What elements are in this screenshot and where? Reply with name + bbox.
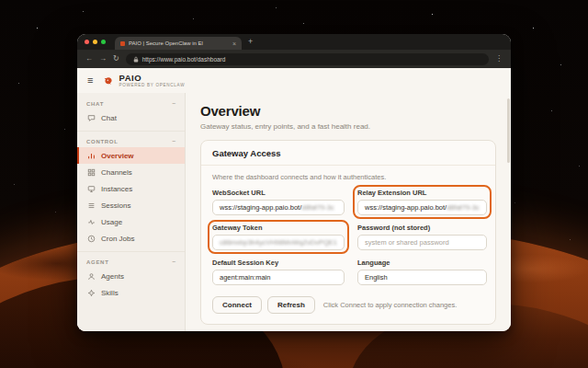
sidebar-section-agent: Agent − Agents xyxy=(77,251,185,301)
user-icon xyxy=(87,272,96,281)
browser-menu-button[interactable]: ⋮ xyxy=(495,55,503,63)
actions-note: Click Connect to apply connection change… xyxy=(323,301,458,309)
sidebar-toggle-button[interactable]: ≡ xyxy=(87,75,93,86)
section-collapse-icon[interactable]: − xyxy=(172,100,175,107)
spark-icon xyxy=(87,289,96,297)
sidebar-item-label: Agents xyxy=(101,272,124,281)
field-gateway-token: Gateway Token c86mxbp3h4ycVH98MvWqZvDvPQ… xyxy=(212,224,345,250)
card-title: Gateway Access xyxy=(201,141,495,166)
sidebar-item-sessions[interactable]: Sessions xyxy=(77,197,185,213)
starfield xyxy=(0,0,1,1)
card-description: Where the dashboard connects and how it … xyxy=(212,173,484,181)
sidebar-item-cron-jobs[interactable]: Cron Jobs xyxy=(77,230,185,247)
browser-window: PAIO | Secure OpenClaw in El × + ← → ↻ h… xyxy=(77,34,511,331)
browser-address-bar: ← → ↻ https://www.paio.bot/dashboard ⋮ xyxy=(77,50,511,68)
sidebar-item-label: Instances xyxy=(101,185,132,193)
main-content: Overview Gateway status, entry points, a… xyxy=(186,93,511,331)
gateway-token-input[interactable]: c86mxbp3h4ycVH98MvWqZvDvPQE1 xyxy=(212,235,345,250)
input-value: English xyxy=(365,273,388,282)
sidebar-item-label: Chat xyxy=(101,114,117,122)
paio-logo: PAIO POWERED BY OPENCLAW xyxy=(103,74,185,87)
page-subtitle: Gateway status, entry points, and a fast… xyxy=(200,122,496,131)
sidebar-item-label: Skills xyxy=(101,289,119,297)
clock-icon xyxy=(87,235,96,243)
section-label: Control xyxy=(86,139,119,144)
scrollbar[interactable] xyxy=(507,98,510,163)
logo-title: PAIO xyxy=(119,74,185,83)
forward-button[interactable]: → xyxy=(99,55,107,63)
chat-icon xyxy=(87,114,96,122)
lock-icon xyxy=(133,56,139,63)
browser-tab-bar[interactable]: PAIO | Secure OpenClaw in El × + xyxy=(77,34,511,50)
relay-extension-url-input[interactable]: wss://staging-app.paio.bot/d8faf79-3c xyxy=(357,200,487,215)
field-websocket-url: WebSocket URL wss://staging-app.paio.bot… xyxy=(212,189,345,215)
section-collapse-icon[interactable]: − xyxy=(172,138,175,144)
refresh-button[interactable]: Refresh xyxy=(267,296,315,314)
sidebar-item-usage[interactable]: Usage xyxy=(77,213,185,230)
app-body: Chat − Chat Control − xyxy=(77,93,511,331)
browser-tab[interactable]: PAIO | Secure OpenClaw in El × xyxy=(115,37,242,50)
field-label: Default Session Key xyxy=(212,259,345,267)
language-input[interactable]: English xyxy=(357,270,487,285)
sidebar-item-channels[interactable]: Channels xyxy=(77,164,185,180)
session-key-input[interactable]: agent:main:main xyxy=(212,270,345,285)
grid-icon xyxy=(87,168,96,177)
field-label: Relay Extension URL xyxy=(357,189,487,197)
sidebar-item-agents[interactable]: Agents xyxy=(77,268,185,284)
input-value: wss://staging-app.paio.bot/ xyxy=(365,203,447,212)
monitor-icon xyxy=(87,185,96,193)
sidebar-item-chat[interactable]: Chat xyxy=(77,109,185,126)
section-label: Chat xyxy=(86,101,104,107)
field-label: WebSocket URL xyxy=(212,189,345,197)
desktop-background: PAIO | Secure OpenClaw in El × + ← → ↻ h… xyxy=(0,0,588,368)
redacted-value: c86mxbp3h4ycVH98MvWqZvDvPQE1 xyxy=(220,238,337,247)
redacted-value: d8faf79-3c xyxy=(301,203,334,212)
page-title: Overview xyxy=(200,103,496,119)
gateway-form-grid: WebSocket URL wss://staging-app.paio.bot… xyxy=(212,189,484,285)
close-window-button[interactable] xyxy=(85,40,89,44)
section-label: Agent xyxy=(86,259,109,265)
sidebar: Chat − Chat Control − xyxy=(77,93,186,331)
gateway-access-card: Gateway Access Where the dashboard conne… xyxy=(200,140,496,325)
input-value: agent:main:main xyxy=(220,273,270,282)
url-text: https://www.paio.bot/dashboard xyxy=(142,56,226,63)
app-header: ≡ PAIO POWERED BY OPENCLAW xyxy=(77,68,511,93)
minimize-window-button[interactable] xyxy=(93,40,97,44)
url-input[interactable]: https://www.paio.bot/dashboard xyxy=(126,53,489,65)
input-value: wss://staging-app.paio.bot/ xyxy=(220,203,301,212)
openclaw-logo-icon xyxy=(103,75,114,86)
sidebar-item-label: Cron Jobs xyxy=(101,235,134,243)
sidebar-item-label: Usage xyxy=(101,218,122,226)
bar-chart-icon xyxy=(87,152,96,160)
activity-icon xyxy=(87,218,96,226)
site-favicon xyxy=(120,41,125,46)
field-password: Password (not stored) xyxy=(357,224,487,250)
tab-title: PAIO | Secure OpenClaw in El xyxy=(129,40,229,46)
field-label: Password (not stored) xyxy=(357,224,487,232)
field-label: Language xyxy=(357,259,487,267)
sidebar-section-chat: Chat − Chat xyxy=(77,96,185,126)
new-tab-button[interactable]: + xyxy=(248,38,253,46)
sidebar-item-label: Overview xyxy=(101,152,134,160)
password-input[interactable] xyxy=(357,235,487,250)
sidebar-item-skills[interactable]: Skills xyxy=(77,284,185,301)
sidebar-item-overview[interactable]: Overview xyxy=(77,147,185,164)
field-language: Language English xyxy=(357,259,487,285)
sidebar-item-label: Channels xyxy=(101,168,132,177)
redacted-value: d8faf79-3c xyxy=(447,203,479,212)
websocket-url-input[interactable]: wss://staging-app.paio.bot/d8faf79-3c xyxy=(212,200,345,215)
app-page: ≡ PAIO POWERED BY OPENCLAW xyxy=(77,68,511,331)
field-default-session-key: Default Session Key agent:main:main xyxy=(212,259,345,285)
logo-subtitle: POWERED BY OPENCLAW xyxy=(119,83,185,87)
section-collapse-icon[interactable]: − xyxy=(172,259,175,265)
list-icon xyxy=(87,201,96,210)
card-actions: Connect Refresh Click Connect to apply c… xyxy=(212,296,484,314)
maximize-window-button[interactable] xyxy=(101,40,106,44)
sidebar-item-label: Sessions xyxy=(101,201,130,210)
back-button[interactable]: ← xyxy=(85,55,93,63)
tab-close-icon[interactable]: × xyxy=(232,40,236,47)
reload-button[interactable]: ↻ xyxy=(113,55,119,63)
sidebar-item-instances[interactable]: Instances xyxy=(77,180,185,197)
connect-button[interactable]: Connect xyxy=(212,296,262,314)
logo-text: PAIO POWERED BY OPENCLAW xyxy=(119,74,185,87)
